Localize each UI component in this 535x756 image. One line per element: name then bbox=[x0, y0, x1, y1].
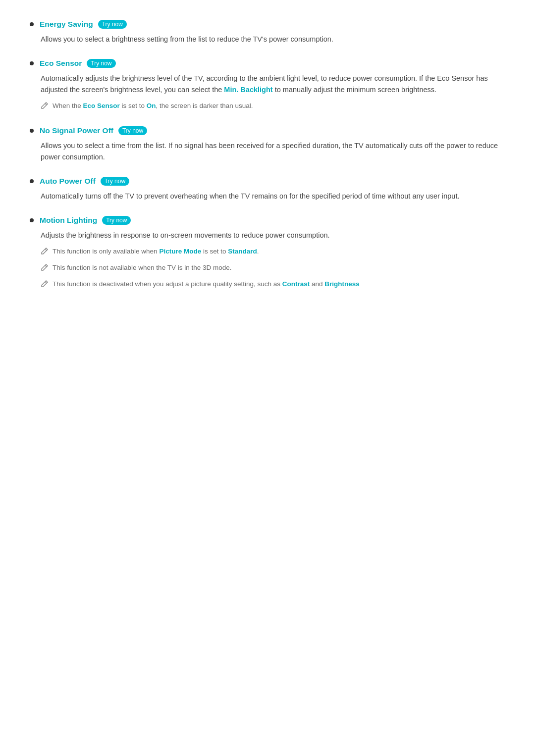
contrast-link: Contrast bbox=[282, 280, 310, 288]
auto-power-off-try-now[interactable]: Try now bbox=[101, 177, 129, 186]
list-item-no-signal-power-off: No Signal Power Off Try now Allows you t… bbox=[30, 126, 505, 163]
energy-saving-title: Energy Saving bbox=[40, 20, 93, 29]
list-item-auto-power-off: Auto Power Off Try now Automatically tur… bbox=[30, 177, 505, 202]
auto-power-off-description: Automatically turns off the TV to preven… bbox=[41, 191, 505, 202]
min-backlight-link: Min. Backlight bbox=[224, 86, 272, 94]
on-bold: On bbox=[147, 102, 156, 109]
pencil-icon bbox=[41, 263, 49, 274]
energy-saving-try-now[interactable]: Try now bbox=[98, 20, 127, 29]
eco-sensor-bold: Eco Sensor bbox=[83, 102, 120, 109]
motion-lighting-note-1: This function is only available when Pic… bbox=[41, 247, 505, 258]
no-signal-try-now[interactable]: Try now bbox=[118, 126, 147, 135]
main-content-list: Energy Saving Try now Allows you to sele… bbox=[30, 20, 505, 291]
motion-lighting-title: Motion Lighting bbox=[40, 216, 97, 225]
picture-mode-link: Picture Mode bbox=[159, 248, 201, 255]
no-signal-title: No Signal Power Off bbox=[40, 126, 113, 135]
bullet-icon bbox=[30, 179, 34, 183]
eco-sensor-description: Automatically adjusts the brightness lev… bbox=[41, 73, 505, 96]
list-item-eco-sensor: Eco Sensor Try now Automatically adjusts… bbox=[30, 59, 505, 112]
bullet-icon bbox=[30, 218, 34, 222]
motion-lighting-try-now[interactable]: Try now bbox=[102, 216, 131, 225]
brightness-link: Brightness bbox=[324, 280, 360, 288]
eco-sensor-try-now[interactable]: Try now bbox=[87, 59, 115, 68]
item-header-no-signal: No Signal Power Off Try now bbox=[30, 126, 505, 135]
motion-lighting-note-text-2: This function is not available when the … bbox=[53, 263, 231, 273]
item-header-auto-power-off: Auto Power Off Try now bbox=[30, 177, 505, 186]
eco-sensor-note-text-1: When the Eco Sensor is set to On, the sc… bbox=[53, 101, 253, 111]
motion-lighting-note-3: This function is deactivated when you ad… bbox=[41, 279, 505, 291]
motion-lighting-note-2: This function is not available when the … bbox=[41, 263, 505, 274]
bullet-icon bbox=[30, 22, 34, 26]
motion-lighting-description: Adjusts the brightness in response to on… bbox=[41, 230, 505, 241]
motion-lighting-note-text-3: This function is deactivated when you ad… bbox=[53, 279, 360, 289]
pencil-icon bbox=[41, 247, 49, 258]
standard-link: Standard bbox=[228, 248, 257, 255]
no-signal-description: Allows you to select a time from the lis… bbox=[41, 140, 505, 163]
list-item-motion-lighting: Motion Lighting Try now Adjusts the brig… bbox=[30, 216, 505, 291]
bullet-icon bbox=[30, 61, 34, 65]
energy-saving-description: Allows you to select a brightness settin… bbox=[41, 34, 505, 45]
item-header-eco-sensor: Eco Sensor Try now bbox=[30, 59, 505, 68]
motion-lighting-note-text-1: This function is only available when Pic… bbox=[53, 247, 259, 256]
item-header-motion-lighting: Motion Lighting Try now bbox=[30, 216, 505, 225]
pencil-icon bbox=[41, 101, 49, 112]
pencil-icon bbox=[41, 280, 49, 291]
item-header-energy-saving: Energy Saving Try now bbox=[30, 20, 505, 29]
eco-sensor-title: Eco Sensor bbox=[40, 59, 82, 68]
list-item-energy-saving: Energy Saving Try now Allows you to sele… bbox=[30, 20, 505, 45]
bullet-icon bbox=[30, 129, 34, 133]
eco-sensor-note-1: When the Eco Sensor is set to On, the sc… bbox=[41, 101, 505, 112]
auto-power-off-title: Auto Power Off bbox=[40, 177, 96, 186]
